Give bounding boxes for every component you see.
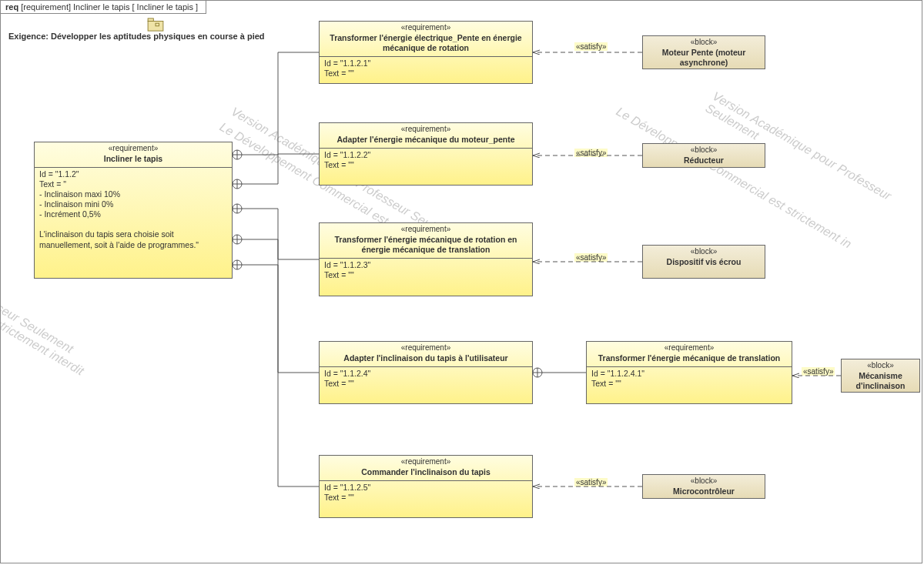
svg-point-6 [233,179,242,189]
stereotype: «block» [648,38,760,48]
block-title: Réducteur [648,155,760,165]
req-incliner-le-tapis[interactable]: «requirement» Incliner le tapis Id = "1.… [34,142,233,279]
frame-label: [requirement] Incliner le tapis [ Inclin… [21,2,198,12]
stereotype: «requirement» [324,125,527,135]
req-body: Id = "1.1.2.3" Text = "" [320,259,532,285]
req-body: Id = "1.1.2" Text = " - Inclinaison maxi… [35,168,232,255]
satisfy-label: «satisfy» [802,367,835,376]
stereotype: «requirement» [591,343,787,353]
satisfy-label: «satisfy» [574,478,608,486]
block-mecanisme-inclinaison[interactable]: «block» Mécanisme d'inclinaison [841,359,920,393]
stereotype: «block» [648,476,760,486]
block-moteur-pente[interactable]: «block» Moteur Pente (moteur asynchrone) [642,35,765,69]
satisfy-label: «satisfy» [574,253,608,262]
req-title: Transformer l'énergie mécanique de trans… [591,353,787,363]
stereotype: «requirement» [39,144,227,154]
frame-keyword: req [5,2,18,12]
watermark: seur Seulement [0,301,75,356]
req-title: Incliner le tapis [39,154,227,164]
req-title: Transformer l'énergie électrique_Pente e… [324,33,527,53]
svg-point-3 [233,150,242,159]
block-title: Mécanisme d'inclinaison [846,371,915,391]
diagram-frame: Version Académique pour Professeur Seule… [0,0,922,563]
block-title: Microcontrôleur [648,486,760,496]
svg-rect-2 [156,23,159,26]
req-adapter-inclinaison[interactable]: «requirement» Adapter l'inclinaison du t… [319,341,533,404]
req-body: Id = "1.1.2.5" Text = "" [320,481,532,507]
stereotype: «requirement» [324,225,527,235]
stereotype: «requirement» [324,343,527,353]
svg-rect-0 [148,18,153,22]
stereotype: «block» [846,361,915,371]
block-microcontroleur[interactable]: «block» Microcontrôleur [642,474,765,499]
req-body: Id = "1.1.2.4" Text = "" [320,367,532,393]
req-transformer-elec-rotation[interactable]: «requirement» Transformer l'énergie élec… [319,21,533,84]
exigence-label: Exigence: Développer les aptitudes physi… [8,32,265,41]
stereotype: «block» [648,247,760,257]
req-body: Id = "1.1.2.1" Text = "" [320,57,532,83]
satisfy-label: «satisfy» [574,149,608,157]
package-icon [147,18,164,32]
stereotype: «requirement» [324,457,527,467]
req-commander-inclinaison[interactable]: «requirement» Commander l'inclinaison du… [319,455,533,518]
watermark: t strictement interdit [0,313,86,378]
req-transformer-translation[interactable]: «requirement» Transformer l'énergie méca… [586,341,792,404]
req-adapter-energie-moteur[interactable]: «requirement» Adapter l'énergie mécaniqu… [319,122,533,186]
svg-point-15 [233,260,242,269]
req-body: Id = "1.1.2.4.1" Text = "" [587,367,792,393]
svg-point-18 [533,368,542,377]
block-dispositif-vis-ecrou[interactable]: «block» Dispositif vis écrou [642,245,765,279]
req-title: Transformer l'énergie mécanique de rotat… [324,235,527,255]
req-title: Adapter l'inclinaison du tapis à l'utili… [324,353,527,363]
block-title: Dispositif vis écrou [648,257,760,267]
req-transformer-rotation-translation[interactable]: «requirement» Transformer l'énergie méca… [319,222,533,296]
frame-tab: req [requirement] Incliner le tapis [ In… [1,1,206,14]
stereotype: «requirement» [324,23,527,33]
stereotype: «block» [648,145,760,155]
block-reducteur[interactable]: «block» Réducteur [642,143,765,168]
block-title: Moteur Pente (moteur asynchrone) [648,48,760,68]
satisfy-label: «satisfy» [574,42,608,51]
svg-point-9 [233,204,242,213]
req-title: Commander l'inclinaison du tapis [324,467,527,477]
svg-point-12 [233,235,242,244]
req-title: Adapter l'énergie mécanique du moteur_pe… [324,135,527,145]
watermark: Le Développement Commercial est strictem… [614,105,854,251]
req-body: Id = "1.1.2.2" Text = "" [320,149,532,175]
